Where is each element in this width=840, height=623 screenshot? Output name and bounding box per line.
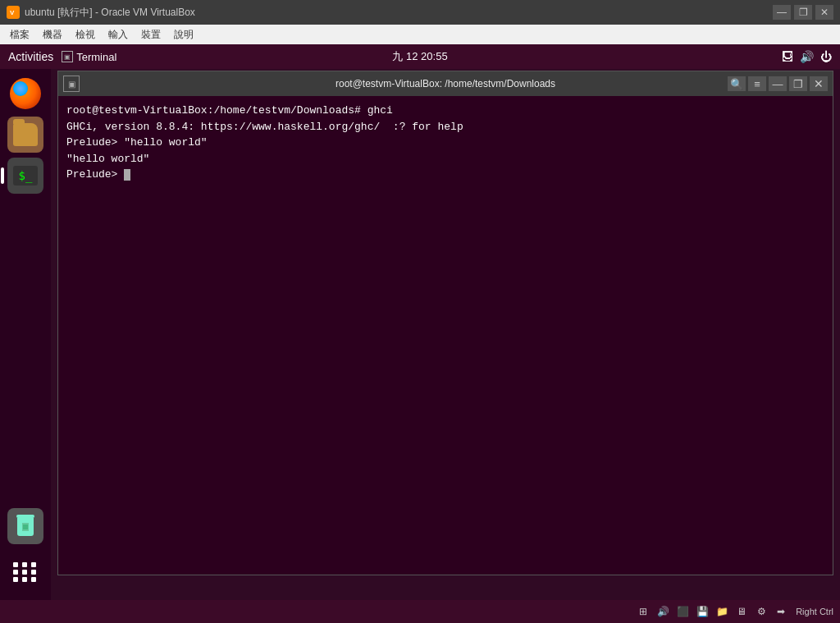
vbox-window-controls: — ❐ ✕: [773, 5, 833, 20]
terminal-search-button[interactable]: 🔍: [728, 76, 746, 91]
datetime-display: 九 12 20:55: [392, 49, 447, 64]
trash-icon: [16, 515, 35, 538]
dock-item-firefox[interactable]: [7, 76, 43, 112]
audio-status-icon: 🔊: [655, 603, 671, 620]
dock-item-terminal[interactable]: $_: [7, 158, 43, 194]
terminal-line-2: GHCi, version 8.8.4: https://www.haskell…: [66, 119, 824, 135]
terminal-indicator: ▣ Terminal: [62, 51, 116, 63]
menu-view[interactable]: 檢視: [69, 26, 102, 44]
vbox-maximize-button[interactable]: ❐: [794, 5, 812, 20]
ubuntu-topbar-right: ⛾ 🔊 ⏻: [782, 50, 832, 63]
network-icon[interactable]: ⛾: [782, 50, 793, 63]
vbox-minimize-button[interactable]: —: [773, 5, 791, 20]
right-ctrl-label: Right Ctrl: [796, 607, 833, 616]
ubuntu-vm: Activities ▣ Terminal 九 12 20:55 ⛾ 🔊 ⏻: [0, 44, 840, 623]
vbox-app-icon: V: [7, 6, 20, 19]
ubuntu-dock: $_: [0, 69, 51, 600]
terminal-content[interactable]: root@testvm-VirtualBox:/home/testvm/Down…: [58, 96, 833, 575]
disk-icon: 💾: [694, 603, 710, 620]
terminal-close-button[interactable]: ✕: [810, 76, 828, 91]
terminal-line-1: root@testvm-VirtualBox:/home/testvm/Down…: [66, 103, 824, 119]
apps-grid-icon: [13, 562, 38, 582]
menu-help[interactable]: 說明: [167, 26, 200, 44]
vbox-close-button[interactable]: ✕: [815, 5, 833, 20]
files-icon: [13, 123, 38, 146]
network-status-icon: ⊞: [635, 603, 651, 620]
arrow-icon: ➡: [773, 603, 789, 620]
firefox-icon: [10, 78, 41, 109]
menu-file[interactable]: 檔案: [3, 26, 36, 44]
ubuntu-bottombar: ⊞ 🔊 ⬛ 💾 📁 🖥 ⚙ ➡ Right Ctrl: [0, 600, 840, 623]
terminal-indicator-icon: ▣: [62, 51, 73, 62]
folder-icon: 📁: [714, 603, 730, 620]
terminal-window: ▣ root@testvm-VirtualBox: /home/testvm/D…: [57, 71, 833, 575]
ubuntu-main: $_: [0, 69, 840, 600]
terminal-cursor: [124, 169, 130, 181]
display-icon: 🖥: [733, 603, 750, 620]
terminal-line-4: "hello world": [66, 151, 824, 167]
terminal-maximize-button[interactable]: ❐: [789, 76, 807, 91]
vbox-titlebar: V ubuntu [執行中] - Oracle VM VirtualBox — …: [0, 0, 840, 25]
terminal-minimize-button[interactable]: —: [769, 76, 787, 91]
menu-devices[interactable]: 裝置: [135, 26, 167, 44]
dock-item-apps[interactable]: [7, 554, 43, 590]
terminal-menu-button[interactable]: ≡: [748, 76, 766, 91]
terminal-titlebar: ▣ root@testvm-VirtualBox: /home/testvm/D…: [58, 71, 833, 96]
ubuntu-topbar-left: Activities ▣ Terminal: [8, 50, 116, 63]
terminal-title: root@testvm-VirtualBox: /home/testvm/Dow…: [336, 78, 555, 89]
trash-body: [17, 518, 34, 536]
vbox-menubar: 檔案 機器 檢視 輸入 裝置 說明: [0, 25, 840, 44]
terminal-line-5: Prelude>: [66, 167, 824, 183]
terminal-titlebar-left: ▣: [63, 76, 80, 92]
terminal-tab-icon: ▣: [63, 76, 80, 92]
menu-machine[interactable]: 機器: [36, 26, 69, 44]
volume-icon[interactable]: 🔊: [800, 50, 814, 63]
settings-icon: ⚙: [753, 603, 769, 620]
svg-text:V: V: [10, 9, 15, 16]
terminal-window-controls: 🔍 ≡ — ❐ ✕: [728, 76, 828, 91]
dock-item-files[interactable]: [7, 117, 43, 153]
activities-button[interactable]: Activities: [8, 50, 53, 63]
terminal-indicator-label: Terminal: [76, 51, 116, 63]
power-icon[interactable]: ⏻: [820, 50, 832, 63]
vbox-title: ubuntu [執行中] - Oracle VM VirtualBox: [25, 6, 195, 20]
terminal-dock-icon: $_: [13, 166, 38, 186]
virtualbox-window: V ubuntu [執行中] - Oracle VM VirtualBox — …: [0, 0, 840, 623]
ubuntu-topbar: Activities ▣ Terminal 九 12 20:55 ⛾ 🔊 ⏻: [0, 44, 840, 69]
dock-item-trash[interactable]: [7, 508, 43, 544]
terminal-line-3: Prelude> "hello world": [66, 135, 824, 151]
usb-icon: ⬛: [674, 603, 691, 620]
vbox-titlebar-left: V ubuntu [執行中] - Oracle VM VirtualBox: [7, 6, 195, 20]
menu-input[interactable]: 輸入: [102, 26, 135, 44]
